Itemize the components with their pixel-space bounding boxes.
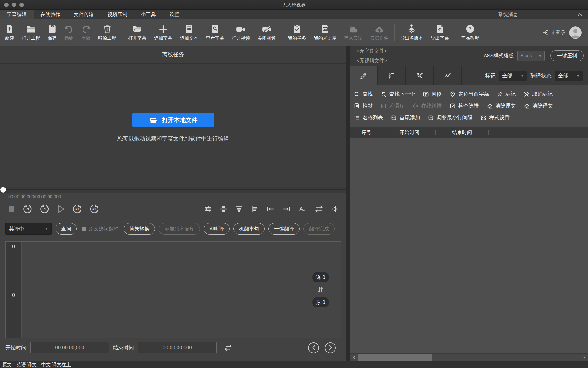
play-button[interactable] [56,204,65,214]
language-direction-select[interactable]: 英译中 ▼ [5,223,52,235]
tool-clear-source[interactable]: 清除原文 [487,102,516,109]
ai-transcribe-button[interactable]: AI听译 [204,223,230,235]
speaker-icon[interactable] [331,205,339,213]
open-local-file-button[interactable]: 打开本地文件 [132,113,214,127]
tool-check-errors[interactable]: 检查除错 [450,102,479,109]
zoom-window-button[interactable] [19,3,24,7]
menu-online-collab[interactable]: 在线协作 [34,10,67,19]
lookup-word-button[interactable]: 查词 [56,223,77,235]
snap-end-icon[interactable] [283,205,291,213]
skip-forward-3-button[interactable]: +3 [89,204,99,214]
tab-tools[interactable] [406,66,434,85]
tool-style-settings[interactable]: 样式设置 [481,114,510,121]
skip-back-1-button[interactable]: -1 [39,204,49,214]
tool-mark[interactable]: 标记 [497,91,516,98]
scroll-left-icon[interactable] [350,356,358,359]
toolbar-new[interactable]: 新建 [1,24,18,41]
snap-start-icon[interactable] [266,205,275,213]
toolbar-my-tasks[interactable]: 我的任务 [284,24,310,41]
translate-all-button[interactable]: 一键翻译 [268,223,300,235]
login-button[interactable]: 未登录 [543,29,566,36]
tool-clear-target[interactable]: 清除译文 [524,102,553,109]
toolbar-label: 撤销 [64,35,74,41]
toolbar-open-video[interactable]: 打开视频 [228,24,254,41]
tool-refine[interactable]: 推敲 [354,102,373,109]
translation-text-input[interactable] [22,242,341,290]
tab-waveform[interactable] [434,66,462,85]
font-style-icon[interactable]: Aa [299,205,307,213]
toolbar-save-to-cloud[interactable]: 存入云端 [340,24,366,41]
system-message-label[interactable]: 系统消息 [498,10,518,19]
tab-edit[interactable] [350,66,378,85]
toolbar-append-text[interactable]: 追加文本 [176,24,202,41]
avatar[interactable] [569,26,582,39]
skip-forward-1-button[interactable]: +1 [72,204,82,214]
mt-sentence-button[interactable]: 机翻本句 [233,223,265,235]
start-time-input[interactable] [30,342,109,353]
next-subtitle-button[interactable] [325,342,336,353]
square-minus-icon [428,115,434,121]
one-click-encode-button[interactable]: 一键压制 [550,50,584,61]
tool-min-line-gap[interactable]: 调整最小行间隔 [428,114,473,121]
menu-video-encode[interactable]: 视频压制 [101,10,134,19]
login-icon [543,30,549,36]
tool-glossary[interactable]: AB 术语库 [381,102,405,109]
end-time-input[interactable] [138,342,217,353]
menu-subtitle-edit[interactable]: 字幕编辑 [0,10,34,19]
merge-lines-icon[interactable] [220,205,227,213]
menu-file-transfer[interactable]: 文件传输 [67,10,101,19]
skip-back-3-button[interactable]: -3 [22,204,32,214]
swap-lines-icon[interactable] [315,205,323,213]
translate-done-button[interactable]: 翻译完成 [303,223,335,235]
toolbar-view-subtitle[interactable]: 查看字幕 [202,24,228,41]
status-filter-select[interactable]: 全部 ▼ [555,71,583,81]
tool-online-correct[interactable]: 在线纠错 [413,102,442,109]
split-line-icon[interactable] [235,205,243,213]
toolbar-remove-project[interactable]: 移除工程 [94,24,120,41]
toolbar-append-subtitle[interactable]: 追加字幕 [150,24,176,41]
toolbar-save[interactable]: 保存 [44,24,61,41]
toolbar-export-subtitle[interactable]: 导出字幕 [427,24,453,41]
menu-tools[interactable]: 小工具 [134,10,163,19]
toolbar-my-glossary[interactable]: AB 我的术语库 [310,24,340,41]
equalizer-icon[interactable] [204,205,212,213]
swap-times-icon[interactable] [223,344,233,352]
menu-settings[interactable]: 设置 [163,10,186,19]
toolbar-redo[interactable]: 重做 [77,24,94,41]
scrollbar-thumb[interactable] [358,354,432,361]
tool-unmark[interactable]: 取消标记 [524,91,553,98]
close-window-button[interactable] [4,3,9,7]
toolbar-open-subtitle[interactable]: 打开字幕 [124,24,150,41]
polyline-nodes-icon [444,72,451,80]
tool-locate-current[interactable]: 定位当前字幕 [450,91,489,98]
tool-find-next[interactable]: 查找下一个 [381,91,415,98]
simplified-traditional-button[interactable]: 简繁转换 [124,223,155,235]
scroll-right-icon[interactable] [580,356,588,359]
ass-template-select[interactable]: Black ▼ [517,51,545,61]
toolbar-undo[interactable]: 撤销 [61,24,77,41]
previous-subtitle-button[interactable] [308,342,319,353]
toolbar-export-multi-version[interactable]: 导出多版本 [397,24,427,41]
tab-timeline-settings[interactable] [378,66,406,85]
align-left-icon[interactable] [251,205,258,213]
sort-arrows-icon[interactable] [317,286,324,293]
select-word-translate-toggle[interactable]: 原文选词翻译 [81,225,120,232]
source-text-input[interactable] [22,290,341,338]
chevron-up-icon[interactable] [578,13,582,16]
tool-name-list[interactable]: 名称列表 [354,114,383,121]
tool-find[interactable]: 查找 [354,91,373,98]
stop-button[interactable] [8,205,15,213]
timeline-handle[interactable] [0,187,6,193]
add-to-glossary-button[interactable]: 添加到术语库 [159,223,200,235]
timeline-track[interactable] [0,189,346,190]
minimize-window-button[interactable] [12,3,16,7]
file-drop-area[interactable]: 打开本地文件 您可以拖动视频和字幕文件到软件中进行编辑 [0,64,346,187]
toolbar-open-project[interactable]: 打开工程 [18,24,44,41]
tool-add-head-tail[interactable]: 首尾添加 [391,114,420,121]
tool-replace[interactable]: 替换 [423,91,442,98]
panel-divider[interactable] [346,46,350,361]
toolbar-close-video[interactable]: 关闭视频 [254,24,280,41]
toolbar-cloud-files[interactable]: 云端文件 [366,24,392,41]
mark-filter-select[interactable]: 全部 ▼ [499,71,527,81]
toolbar-tutorial[interactable]: ? 产品教程 [457,24,483,41]
